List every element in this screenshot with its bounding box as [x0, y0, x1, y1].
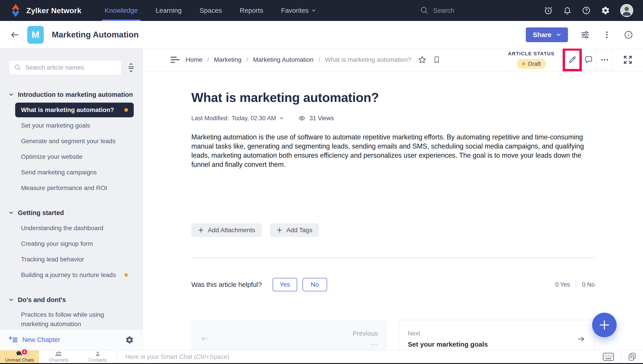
tree-item-generate-and-segment-your-leads[interactable]: Generate and segment your leads	[15, 134, 134, 148]
star-favorite-icon[interactable]	[418, 56, 426, 64]
top-navigation-bar: Zylker Network Knowledge Learning Spaces…	[0, 0, 643, 21]
kebab-menu-icon[interactable]	[602, 30, 611, 39]
nav-item-spaces[interactable]: Spaces	[197, 0, 225, 21]
helpful-yes-button[interactable]: Yes	[273, 278, 297, 291]
global-search-input[interactable]	[433, 7, 482, 14]
arrow-right-icon	[576, 334, 585, 344]
global-search[interactable]	[420, 6, 482, 15]
search-icon	[420, 6, 429, 15]
tree-item-practices-to-follow[interactable]: Practices to follow while using marketin…	[15, 308, 134, 331]
comment-bubble-icon	[584, 55, 593, 64]
article-tree-sidebar: Introduction to marketing automation Wha…	[0, 48, 143, 350]
arrow-left-icon	[200, 334, 209, 343]
space-initial-tile[interactable]: M	[27, 26, 44, 44]
chevron-down-icon	[9, 211, 14, 214]
keyboard-icon[interactable]	[603, 352, 614, 361]
breadcrumb: Home / Marketing / Marketing Automation …	[186, 56, 411, 63]
article-search-box[interactable]	[9, 60, 122, 75]
chat-dock-bar: 4 Unread Chats Channels Contacts	[0, 350, 643, 363]
next-card-texts: Next Set your marketing goals	[408, 330, 488, 348]
settings-gear-icon[interactable]	[601, 6, 610, 15]
add-attachments-button[interactable]: Add Attachments	[191, 223, 262, 237]
help-icon[interactable]	[582, 6, 591, 15]
info-icon[interactable]	[624, 30, 633, 40]
tree-section-getting-started: Getting started Understanding the dashbo…	[0, 206, 143, 282]
breadcrumb-home[interactable]: Home	[186, 56, 202, 63]
tab-label: Unread Chats	[5, 357, 34, 363]
breadcrumb-marketing-automation[interactable]: Marketing Automation	[253, 56, 313, 63]
helpful-no-button[interactable]: No	[302, 278, 327, 291]
breadcrumb-separator: /	[318, 56, 320, 63]
share-button[interactable]: Share	[526, 28, 568, 42]
plus-icon	[277, 227, 282, 233]
sidebar-footer: New Chapter	[0, 329, 143, 350]
tab-unread-chats[interactable]: 4 Unread Chats	[0, 350, 39, 363]
bell-icon[interactable]	[563, 6, 571, 15]
comments-button[interactable]	[580, 50, 596, 69]
more-options-button[interactable]	[596, 50, 612, 69]
article-title: What is marketing automation?	[191, 90, 595, 105]
nav-item-learning[interactable]: Learning	[153, 0, 184, 21]
chatbar-divider	[621, 350, 621, 363]
tree-item-send-marketing-campaigns[interactable]: Send marketing campaigns	[15, 165, 134, 180]
fullscreen-expand-icon[interactable]	[623, 55, 633, 65]
back-arrow-button[interactable]	[10, 30, 20, 40]
new-chapter-button[interactable]: New Chapter	[9, 336, 60, 344]
person-icon	[95, 351, 101, 357]
tree-item-creating-your-signup-form[interactable]: Creating your signup form	[15, 236, 134, 251]
zylker-logo-icon	[10, 4, 22, 17]
filter-sliders-icon[interactable]	[580, 30, 590, 40]
yes-count: 0 Yes	[555, 281, 570, 288]
chevron-down-icon[interactable]	[279, 117, 283, 120]
smart-chat-input[interactable]	[125, 353, 595, 360]
plus-icon	[198, 227, 204, 233]
user-avatar[interactable]	[620, 4, 633, 17]
nav-item-favorites[interactable]: Favorites	[278, 0, 318, 21]
last-modified-value: Today, 02:30 AM	[231, 115, 276, 122]
sort-articles-icon[interactable]	[127, 63, 135, 72]
tree-item-tracking-lead-behavior[interactable]: Tracking lead behavior	[15, 252, 134, 267]
attach-row: Add Attachments Add Tags	[191, 223, 595, 237]
clock-icon[interactable]	[544, 6, 553, 15]
nav-item-knowledge[interactable]: Knowledge	[102, 0, 140, 21]
tree-item-what-is-marketing-automation[interactable]: What is marketing automation?	[15, 102, 134, 117]
article-meta: Last Modified: Today, 02:30 AM 31 Views	[191, 115, 595, 122]
table-of-contents-icon[interactable]	[171, 56, 179, 63]
tree-section-dos-and-donts: Do's and dont's Practices to follow whil…	[0, 293, 143, 331]
feedback-row: Was this article helpful? Yes No 0 Yes 0…	[191, 278, 595, 291]
space-title: Marketing Automation	[52, 30, 139, 40]
add-article-fab[interactable]	[592, 313, 617, 337]
breadcrumb-marketing[interactable]: Marketing	[214, 56, 241, 63]
tab-contacts[interactable]: Contacts	[78, 350, 117, 363]
edit-article-button[interactable]	[564, 50, 580, 69]
smart-chat[interactable]	[118, 350, 603, 363]
tree-item-set-your-marketing-goals[interactable]: Set your marketing goals	[15, 118, 134, 133]
next-article-card[interactable]: Next Set your marketing goals	[399, 320, 595, 350]
tree-settings-gear-icon[interactable]	[125, 336, 134, 344]
copy-docs-icon[interactable]	[628, 352, 636, 361]
plus-icon	[599, 320, 609, 330]
article-search-input[interactable]	[25, 64, 117, 71]
article-status-badge[interactable]: Draft	[517, 59, 546, 69]
tree-item-optimize-your-website[interactable]: Optimize your website	[15, 150, 134, 164]
last-modified-label: Last Modified:	[191, 115, 229, 122]
brand[interactable]: Zylker Network	[10, 4, 82, 17]
eye-icon	[298, 115, 306, 122]
tree-item-measure-performance-and-roi[interactable]: Measure performance and ROI	[15, 181, 134, 196]
next-label: Next	[408, 330, 488, 337]
section-header-introduction[interactable]: Introduction to marketing automation	[0, 88, 143, 102]
brand-name: Zylker Network	[26, 6, 82, 15]
main-area: Introduction to marketing automation Wha…	[0, 48, 643, 350]
tree-item-understanding-the-dashboard[interactable]: Understanding the dashboard	[15, 221, 134, 236]
topnav-right	[420, 4, 633, 17]
article-content-pane: Home / Marketing / Marketing Automation …	[143, 48, 643, 350]
section-header-getting-started[interactable]: Getting started	[0, 206, 143, 220]
tree-item-building-a-journey-to-nurture-leads[interactable]: Building a journey to nurture leads	[15, 268, 134, 282]
section-header-dos-and-donts[interactable]: Do's and dont's	[0, 293, 143, 307]
nav-item-reports[interactable]: Reports	[237, 0, 266, 21]
tab-channels[interactable]: Channels	[39, 350, 78, 363]
previous-article-card[interactable]: Previous ---	[191, 320, 387, 350]
primary-nav: Knowledge Learning Spaces Reports Favori…	[96, 0, 325, 21]
bookmark-icon[interactable]	[433, 56, 440, 64]
add-tags-button[interactable]: Add Tags	[270, 223, 319, 237]
